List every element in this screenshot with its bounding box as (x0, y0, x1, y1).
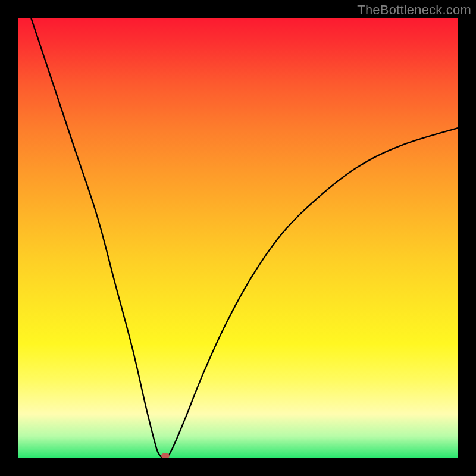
bottleneck-curve (31, 18, 458, 458)
minimum-marker (161, 453, 170, 458)
watermark-text: TheBottleneck.com (357, 2, 471, 18)
plot-area (18, 18, 458, 458)
chart-frame: TheBottleneck.com (0, 0, 476, 476)
curve-svg (18, 18, 458, 458)
